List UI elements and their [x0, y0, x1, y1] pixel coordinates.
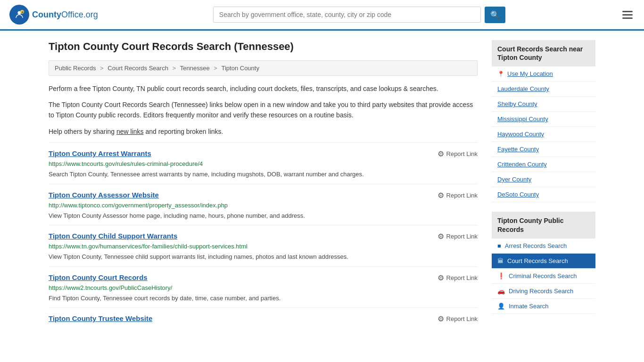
nearby-counties-list: Lauderdale CountyShelby CountyMississipp…	[492, 82, 595, 202]
description-2: The Tipton County Court Records Search (…	[49, 99, 478, 121]
report-icon: ⚙	[438, 232, 444, 241]
description-1: Perform a free Tipton County, TN public …	[49, 83, 478, 94]
report-icon: ⚙	[438, 273, 444, 282]
resource-header: Tipton County Child Support Warrants ⚙ R…	[49, 232, 478, 241]
report-icon: ⚙	[438, 191, 444, 200]
records-item-icon: 👤	[497, 303, 505, 310]
content-wrapper: Tipton County Court Records Search (Tenn…	[39, 31, 605, 330]
public-records-item[interactable]: ❗ Criminal Records Search	[492, 269, 595, 284]
public-records-item[interactable]: 🏛 Court Records Search	[492, 254, 595, 269]
resource-url: https://www.tncourts.gov/rules/rules-cri…	[49, 160, 478, 167]
resources-container: Tipton County Arrest Warrants ⚙ Report L…	[49, 142, 478, 330]
new-links-link[interactable]: new links	[116, 128, 144, 135]
search-input[interactable]	[213, 7, 481, 23]
report-icon: ⚙	[438, 314, 444, 323]
header: ★ CountyOffice.org 🔍	[0, 0, 644, 31]
resource-entry: Tipton County Assessor Website ⚙ Report …	[49, 184, 478, 225]
report-link-button[interactable]: ⚙ Report Link	[438, 191, 478, 200]
search-button[interactable]: 🔍	[485, 7, 505, 23]
nearby-county-link[interactable]: Mississippi County	[497, 115, 548, 123]
resource-link[interactable]: Tipton County Arrest Warrants	[49, 149, 151, 157]
records-item-icon: 🚗	[497, 288, 505, 295]
resource-title: Tipton County Arrest Warrants	[49, 149, 151, 157]
breadcrumb-sep3: >	[214, 65, 219, 72]
resource-url: https://www.tn.gov/humanservices/for-fam…	[49, 243, 478, 250]
resource-header: Tipton County Assessor Website ⚙ Report …	[49, 191, 478, 200]
nearby-county-link[interactable]: Fayette County	[497, 146, 539, 153]
resource-description: View Tipton County, Tennessee child supp…	[49, 252, 478, 262]
logo-text: CountyOffice.org	[32, 10, 98, 20]
breadcrumb-tipton-county[interactable]: Tipton County	[221, 65, 259, 72]
hamburger-icon-line3	[622, 17, 633, 19]
use-my-location-item: 📍 Use My Location	[492, 66, 595, 82]
description-3-post: and reporting broken links.	[144, 128, 223, 135]
records-item-link[interactable]: Court Records Search	[507, 257, 568, 264]
sidebar: Court Records Search near Tipton County …	[492, 40, 595, 330]
report-link-label: Report Link	[446, 233, 478, 240]
resource-link[interactable]: Tipton County Court Records	[49, 273, 148, 281]
nearby-county-link[interactable]: DeSoto County	[497, 191, 539, 198]
resource-title: Tipton County Assessor Website	[49, 191, 159, 199]
nearby-county-link[interactable]: Lauderdale County	[497, 85, 549, 92]
nearby-county-link[interactable]: Shelby County	[497, 100, 537, 107]
records-item-link[interactable]: Criminal Records Search	[509, 272, 577, 280]
resource-header: Tipton County Arrest Warrants ⚙ Report L…	[49, 149, 478, 158]
search-area: 🔍	[213, 7, 505, 23]
nearby-county-item: DeSoto County	[492, 187, 595, 202]
resource-link[interactable]: Tipton County Trustee Website	[49, 314, 152, 322]
resource-description: View Tipton County Assessor home page, i…	[49, 211, 478, 221]
logo-icon: ★	[9, 5, 29, 25]
resource-entry: Tipton County Child Support Warrants ⚙ R…	[49, 225, 478, 266]
public-records-section: Tipton County Public Records ■ Arrest Re…	[492, 212, 595, 313]
report-link-button[interactable]: ⚙ Report Link	[438, 314, 478, 323]
report-icon: ⚙	[438, 149, 444, 158]
nearby-county-link[interactable]: Crittenden County	[497, 161, 547, 168]
records-item-link[interactable]: Arrest Records Search	[505, 242, 567, 249]
report-link-label: Report Link	[446, 192, 478, 199]
nearby-county-item: Fayette County	[492, 142, 595, 157]
resource-entry: Tipton County Trustee Website ⚙ Report L…	[49, 307, 478, 330]
nearby-county-item: Crittenden County	[492, 157, 595, 172]
records-item-link[interactable]: Driving Records Search	[509, 288, 573, 295]
logo-area: ★ CountyOffice.org	[9, 5, 98, 25]
public-records-item[interactable]: 👤 Inmate Search	[492, 299, 595, 314]
resource-description: Find Tipton County, Tennessee court reco…	[49, 294, 478, 303]
use-my-location-link[interactable]: Use My Location	[507, 70, 553, 77]
resource-header: Tipton County Court Records ⚙ Report Lin…	[49, 273, 478, 282]
breadcrumb: Public Records > Court Records Search > …	[49, 60, 478, 76]
resource-header: Tipton County Trustee Website ⚙ Report L…	[49, 314, 478, 323]
description-3: Help others by sharing new links and rep…	[49, 126, 478, 137]
resource-link[interactable]: Tipton County Assessor Website	[49, 191, 159, 199]
resource-link[interactable]: Tipton County Child Support Warrants	[49, 232, 177, 240]
report-link-label: Report Link	[446, 315, 478, 322]
records-item-icon: ■	[497, 242, 501, 249]
resource-description: Search Tipton County, Tennessee arrest w…	[49, 170, 478, 179]
records-item-link[interactable]: Inmate Search	[509, 303, 549, 310]
main-content: Tipton County Court Records Search (Tenn…	[49, 40, 478, 330]
nearby-county-link[interactable]: Dyer County	[497, 176, 531, 183]
report-link-label: Report Link	[446, 150, 478, 157]
nearby-county-link[interactable]: Haywood County	[497, 131, 544, 138]
nearby-county-item: Lauderdale County	[492, 82, 595, 97]
hamburger-icon-line2	[622, 14, 633, 16]
hamburger-menu-button[interactable]	[620, 9, 635, 21]
resource-title: Tipton County Child Support Warrants	[49, 232, 177, 240]
records-item-icon: 🏛	[497, 257, 504, 264]
breadcrumb-public-records[interactable]: Public Records	[55, 65, 96, 72]
resource-title: Tipton County Court Records	[49, 273, 148, 281]
records-item-icon: ❗	[497, 272, 505, 280]
breadcrumb-sep2: >	[173, 65, 178, 72]
report-link-button[interactable]: ⚙ Report Link	[438, 149, 478, 158]
nearby-county-item: Haywood County	[492, 127, 595, 142]
breadcrumb-court-records[interactable]: Court Records Search	[107, 65, 168, 72]
public-records-list: ■ Arrest Records Search 🏛 Court Records …	[492, 239, 595, 314]
report-link-button[interactable]: ⚙ Report Link	[438, 232, 478, 241]
page-title: Tipton County Court Records Search (Tenn…	[49, 40, 478, 54]
report-link-button[interactable]: ⚙ Report Link	[438, 273, 478, 282]
public-records-item[interactable]: 🚗 Driving Records Search	[492, 284, 595, 299]
breadcrumb-tennessee[interactable]: Tennessee	[180, 65, 210, 72]
resource-entry: Tipton County Arrest Warrants ⚙ Report L…	[49, 142, 478, 184]
public-records-item[interactable]: ■ Arrest Records Search	[492, 239, 595, 254]
nearby-section: Court Records Search near Tipton County …	[492, 40, 595, 202]
location-pin-icon: 📍	[497, 71, 504, 77]
